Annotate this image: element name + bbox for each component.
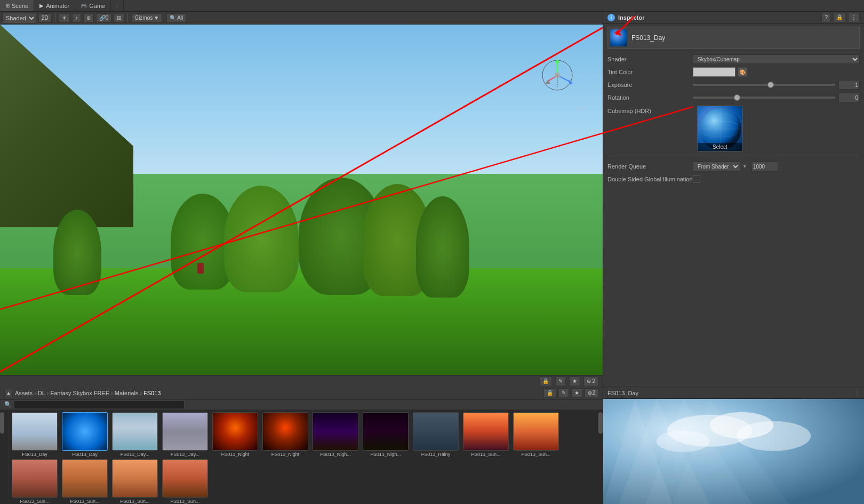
tab-animator[interactable]: ▶ Animator [34,0,75,11]
asset-label-fs013_night_2: FS013_Night [271,452,300,457]
breadcrumb-sep-3: › [111,390,113,396]
asset-item-fs013_sunset_2[interactable]: FS013_Sun... [512,412,560,457]
asset-item-fs013_night_2[interactable]: FS013_Night [261,412,309,457]
rotation-number[interactable] [838,93,860,102]
asset-item-fs013_rainy[interactable]: FS013_Rainy [412,412,460,457]
lighting-button[interactable]: ☀ [59,13,70,23]
shader-label: Shader [607,56,693,62]
asset-item-fs013_sunset_5[interactable]: FS013_Sun... [111,459,159,504]
search-bar: 🔍 [0,399,603,410]
asset-label-fs013_sunset_6: FS013_Sun... [170,499,199,504]
search-icon: 🔍 [4,401,12,408]
2d-mode-button[interactable]: 2D [38,13,52,23]
asset-star-button[interactable]: ★ [571,388,582,398]
inspector-icon: i [607,14,615,21]
favorite-scene-button[interactable]: ★ [569,377,580,386]
breadcrumb-assets[interactable]: Assets [15,390,33,396]
tree-6 [53,210,101,295]
asset-scrollbar-thumb[interactable] [598,412,603,434]
asset-item-fs013_day_3[interactable]: FS013_Day... [111,412,159,457]
render-queue-select[interactable]: From Shader [693,162,740,171]
asset-item-fs013_night_1[interactable]: FS013_Night [211,412,259,457]
top-bar: ⊞ Scene ▶ Animator 🎮 Game ⋮ [0,0,864,12]
all-button[interactable]: 🔍 All [166,13,186,23]
asset-label-fs013_night_1: FS013_Night [221,452,250,457]
snap-button[interactable]: 🔗0 [96,13,112,23]
inspector-help-button[interactable]: ? [821,13,831,22]
asset-edit-button[interactable]: ✎ [558,388,569,398]
asset-thumb-fs013_day_3 [112,412,158,451]
breadcrumb-fs013: FS013 [143,390,161,396]
asset-layers-button[interactable]: ⊕2 [585,388,598,398]
tab-scene[interactable]: ⊞ Scene [0,0,34,11]
render-queue-value: From Shader ▼ [693,162,860,171]
effects-button[interactable]: ⊕ [83,13,94,23]
tab-game[interactable]: 🎮 Game [75,0,111,11]
inspector-more-button[interactable]: ⋮ [848,13,860,22]
material-icon [610,29,627,46]
all-label: All [177,15,183,21]
asset-item-fs013_sunset_6[interactable]: FS013_Sun... [161,459,209,504]
material-name-row: FS013_Day [607,27,860,49]
asset-item-fs013_night_4[interactable]: FS013_Nigh... [362,412,410,457]
tint-color-value: 🎨 [693,67,860,77]
collapse-button[interactable]: ▲ [4,389,13,397]
edit-scene-button[interactable]: ✎ [555,377,566,386]
audio-button[interactable]: ♪ [72,13,81,23]
breadcrumb-sep-2: › [47,390,49,396]
lock-scene-button[interactable]: 🔒 [539,377,552,386]
preview-more[interactable]: ⋮ [854,390,860,396]
shader-value: Skybox/Cubemap [693,54,860,64]
grid-button[interactable]: ⊞ [114,13,124,23]
asset-item-fs013_day_2[interactable]: FS013_Day [61,412,109,457]
exposure-number[interactable] [838,80,860,90]
inspector-lock-button[interactable]: 🔒 [833,13,846,22]
asset-item-fs013_sunset_1[interactable]: FS013_Sun... [462,412,510,457]
rotation-row: Rotation [607,92,860,103]
breadcrumb-dl[interactable]: DL [38,390,45,396]
asset-grid-container: FS013_DayFS013_DayFS013_Day...FS013_Day.… [0,410,603,504]
breadcrumb-fantasy[interactable]: Fantasy Skybox FREE [50,390,109,396]
sidebar-scrollbar-thumb[interactable] [0,412,4,434]
asset-lock-button[interactable]: 🔒 [543,388,556,398]
inspector-panel: i Inspector ? 🔒 ⋮ FS013_Day Shader Skybo… [603,12,864,504]
double-sided-checkbox[interactable] [693,175,700,183]
asset-item-fs013_sunset_3[interactable]: FS013_Sun... [11,459,59,504]
gizmos-button[interactable]: Gizmos ▼ [131,13,162,23]
rotation-label: Rotation [607,94,693,101]
main-layout: Shaded 2D ☀ ♪ ⊕ 🔗0 ⊞ Gizmos ▼ 🔍 All [0,12,864,504]
inspector-title: Inspector [618,14,645,21]
asset-label-fs013_day_3: FS013_Day... [121,452,149,457]
tab-more-button[interactable]: ⋮ [111,0,124,11]
rotation-slider[interactable] [693,97,835,99]
render-queue-number[interactable] [751,162,778,171]
asset-label-fs013_day_4: FS013_Day... [171,452,199,457]
asset-item-fs013_sunset_4[interactable]: FS013_Sun... [61,459,109,504]
asset-item-fs013_night_3[interactable]: FS013_Nigh... [311,412,359,457]
scene-icon: ⊞ [5,3,10,9]
scene-gizmo[interactable] [539,57,576,94]
asset-scrollbar[interactable] [598,410,603,504]
layers-button[interactable]: ⊕ 2 [583,377,598,386]
material-name: FS013_Day [631,34,665,42]
tint-color-swatch[interactable] [693,67,735,77]
asset-item-fs013_day_1[interactable]: FS013_Day [11,412,59,457]
double-sided-row: Double Sided Global Illumination [607,173,860,185]
preview-header: FS013_Day ⋮ [603,387,864,399]
shader-row: Shader Skybox/Cubemap [607,53,860,65]
breadcrumb-materials[interactable]: Materials [115,390,139,396]
scene-viewport[interactable]: Iso [0,25,603,375]
search-input[interactable] [14,401,185,409]
asset-browser: ▲ Assets › DL › Fantasy Skybox FREE › Ma… [0,387,603,504]
asset-label-fs013_sunset_1: FS013_Sun... [471,452,500,457]
color-picker-button[interactable]: 🎨 [738,67,747,77]
rotation-value [693,93,860,102]
exposure-slider[interactable] [693,84,835,86]
exposure-row: Exposure [607,79,860,91]
cubemap-label: Cubemap (HDR) [607,106,693,114]
shader-select[interactable]: Skybox/Cubemap [693,54,860,64]
asset-label-fs013_day_2: FS013_Day [72,452,98,457]
shading-mode-select[interactable]: Shaded [2,13,36,23]
cubemap-preview[interactable]: Select [697,106,743,151]
asset-item-fs013_day_4[interactable]: FS013_Day... [161,412,209,457]
